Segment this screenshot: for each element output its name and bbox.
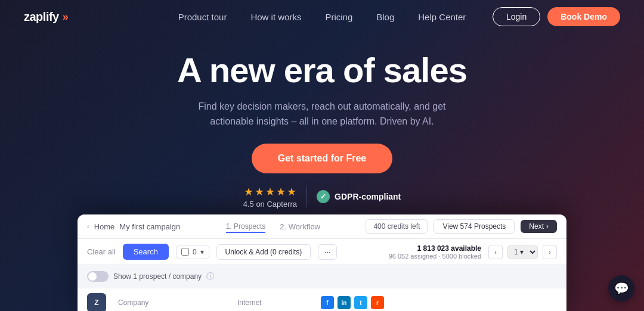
logo: zaplify » (24, 10, 69, 24)
tab-prospects[interactable]: 1. Prospects (226, 220, 266, 233)
page-selector[interactable]: 1 ▾ (507, 245, 538, 259)
get-started-button[interactable]: Get started for Free (252, 144, 392, 173)
nav-blog[interactable]: Blog (376, 12, 394, 22)
hero-section: A new era of sales Find key decision mak… (0, 33, 644, 220)
app-tabs: 1. Prospects 2. Workflow (226, 220, 320, 234)
info-icon[interactable]: ⓘ (206, 271, 214, 282)
breadcrumb-campaign: My first campaign (119, 222, 180, 231)
gdpr-badge: ✓ GDPR-compliant (317, 190, 401, 203)
view-prospects-button[interactable]: View 574 Prospects (434, 219, 515, 234)
twitter-icon[interactable]: t (354, 296, 367, 309)
star-3: ★ (265, 185, 275, 198)
logo-arrows: » (63, 11, 69, 23)
logo-text: zaplify (24, 10, 59, 24)
page-wrapper: zaplify » Product tour How it works Pric… (0, 0, 644, 311)
checkbox-control: 0 ▾ (176, 245, 209, 259)
gdpr-icon: ✓ (317, 190, 330, 203)
breadcrumb-home[interactable]: Home (94, 222, 115, 231)
company-avatar: Z (87, 293, 106, 311)
nav-pricing[interactable]: Pricing (325, 12, 352, 22)
star-1: ★ (244, 185, 253, 198)
social-proof: ★ ★ ★ ★ ★ 4.5 on Capterra ✓ GDPR-complia… (12, 185, 632, 209)
prospects-count: 1 813 023 available 96 052 assigned · 50… (389, 244, 481, 260)
book-demo-button[interactable]: Book Demo (547, 7, 620, 26)
app-preview: ‹ Home My first campaign 1. Prospects 2.… (78, 214, 566, 311)
clear-all-button[interactable]: Clear all (87, 247, 116, 256)
back-arrow-icon: ‹ (87, 223, 89, 230)
chat-icon: 💬 (614, 281, 629, 296)
checkbox-value: 0 (193, 248, 197, 256)
app-actions: 400 credits left View 574 Prospects Next… (366, 219, 557, 234)
app-breadcrumb: ‹ Home My first campaign (87, 222, 180, 231)
assigned-blocked: 96 052 assigned · 5000 blocked (389, 253, 481, 260)
prospect-toggle[interactable] (87, 271, 109, 282)
linkedin-icon[interactable]: in (338, 296, 351, 309)
toggle-label: Show 1 prospect / company (113, 272, 202, 281)
prev-page-button[interactable]: ‹ (488, 245, 503, 259)
more-options-button[interactable]: ··· (318, 244, 337, 260)
gdpr-label: GDPR-compliant (335, 192, 401, 201)
reddit-icon[interactable]: r (371, 296, 384, 309)
star-4: ★ (276, 185, 286, 198)
column-company: Company (118, 298, 225, 307)
nav-actions: Login Book Demo (493, 7, 620, 26)
column-internet: Internet (237, 298, 309, 307)
social-icons: f in t r (321, 296, 392, 309)
credits-badge: 400 credits left (366, 219, 428, 234)
divider (306, 186, 307, 207)
nav-product-tour[interactable]: Product tour (178, 12, 227, 22)
star-half: ★ (287, 185, 296, 198)
app-toolbar: Clear all Search 0 ▾ Unlock & Add (0 cre… (78, 239, 566, 265)
tab-workflow[interactable]: 2. Workflow (280, 220, 320, 234)
row-checkbox[interactable] (181, 248, 189, 256)
navbar: zaplify » Product tour How it works Pric… (0, 0, 644, 33)
next-button[interactable]: Next › (521, 220, 557, 233)
star-2: ★ (255, 185, 264, 198)
chat-bubble-button[interactable]: 💬 (608, 275, 634, 301)
app-content: Show 1 prospect / company ⓘ (78, 265, 566, 288)
next-chevron-icon: › (546, 222, 549, 231)
facebook-icon[interactable]: f (321, 296, 334, 309)
table-header: Z Company Internet f in t r (78, 288, 566, 311)
capterra-rating: ★ ★ ★ ★ ★ 4.5 on Capterra (243, 185, 297, 209)
next-page-button[interactable]: › (543, 245, 557, 259)
dropdown-arrow-icon[interactable]: ▾ (200, 248, 204, 256)
nav-help-center[interactable]: Help Center (418, 12, 466, 22)
toggle-knob (88, 272, 97, 281)
login-button[interactable]: Login (493, 7, 540, 26)
available-count: 1 813 023 available (389, 244, 481, 253)
nav-links: Product tour How it works Pricing Blog H… (178, 12, 466, 22)
capterra-text: 4.5 on Capterra (243, 200, 297, 209)
nav-how-it-works[interactable]: How it works (250, 12, 301, 22)
toggle-area: Show 1 prospect / company ⓘ (87, 271, 214, 282)
pagination-controls: ‹ 1 ▾ › (488, 245, 557, 259)
tab-prospects-label: 1. Prospects (226, 222, 266, 231)
star-rating: ★ ★ ★ ★ ★ (244, 185, 296, 198)
hero-title: A new era of sales (12, 51, 632, 89)
unlock-button[interactable]: Unlock & Add (0 credits) (216, 244, 311, 260)
search-button[interactable]: Search (123, 244, 169, 260)
tab-workflow-label: 2. Workflow (280, 222, 320, 231)
hero-subtitle: Find key decision makers, reach out auto… (191, 99, 453, 129)
